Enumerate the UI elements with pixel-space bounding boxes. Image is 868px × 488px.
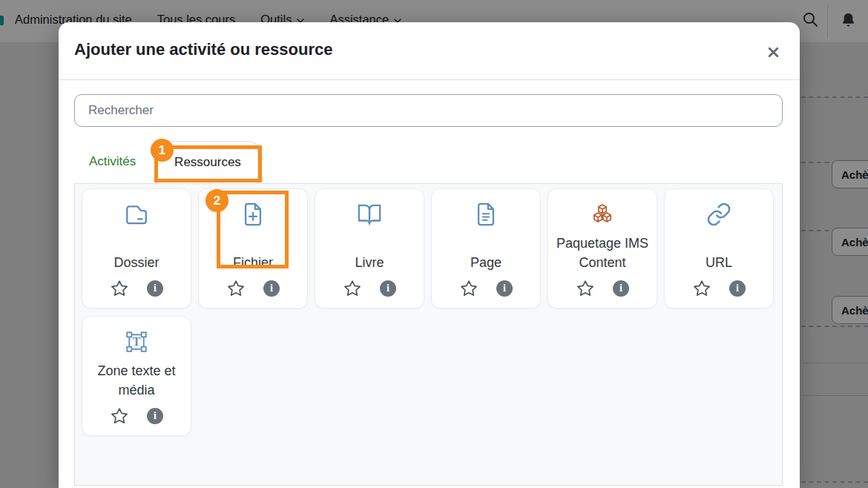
- resource-card-url[interactable]: URL i: [664, 188, 774, 309]
- info-icon[interactable]: i: [147, 408, 163, 424]
- activity-chooser-modal: Ajouter une activité ou ressource Activi…: [59, 22, 800, 488]
- resource-card-page[interactable]: Page i: [431, 188, 541, 309]
- info-icon[interactable]: i: [496, 280, 513, 297]
- link-icon: [706, 201, 731, 228]
- page-icon: [473, 201, 499, 228]
- favorite-star-icon[interactable]: [343, 279, 362, 298]
- step2-badge: 2: [206, 189, 228, 212]
- step1-badge: 1: [151, 139, 174, 162]
- file-plus-icon: [240, 201, 266, 228]
- resource-card-label: Page: [466, 253, 506, 272]
- info-icon[interactable]: i: [147, 280, 163, 297]
- info-icon[interactable]: i: [263, 280, 280, 297]
- resource-card-paquetage-ims-content[interactable]: Paquetage IMS Content i: [548, 188, 657, 309]
- resource-card-label: Fichier: [228, 253, 277, 272]
- resource-card-dossier[interactable]: Dossier i: [82, 188, 191, 309]
- cubes-icon: [590, 201, 615, 228]
- resources-panel: Dossier i Fichier i Livre i Page i Paque…: [74, 183, 783, 486]
- text-media-icon: [124, 329, 149, 355]
- resource-card-label: Livre: [350, 253, 388, 272]
- favorite-star-icon[interactable]: [692, 279, 711, 298]
- resource-card-label: Zone texte et média: [82, 361, 191, 400]
- tab-activites[interactable]: Activités: [89, 147, 136, 177]
- header-divider: [59, 79, 800, 80]
- resource-card-label: Dossier: [109, 253, 163, 272]
- folder-icon: [124, 201, 149, 228]
- info-icon[interactable]: i: [613, 280, 629, 297]
- favorite-star-icon[interactable]: [576, 279, 595, 298]
- info-icon[interactable]: i: [380, 280, 396, 297]
- resource-card-zone-texte-et-m-dia[interactable]: Zone texte et média i: [82, 316, 191, 436]
- close-icon[interactable]: [764, 43, 782, 61]
- modal-title: Ajouter une activité ou ressource: [74, 40, 332, 59]
- favorite-star-icon[interactable]: [110, 406, 129, 426]
- resource-card-livre[interactable]: Livre i: [315, 188, 424, 309]
- favorite-star-icon[interactable]: [459, 279, 479, 298]
- favorite-star-icon[interactable]: [110, 279, 129, 298]
- book-icon: [357, 201, 382, 228]
- resource-card-label: Paquetage IMS Content: [548, 234, 657, 272]
- resource-card-label: URL: [701, 253, 737, 272]
- info-icon[interactable]: i: [729, 280, 746, 297]
- search-input[interactable]: [74, 94, 783, 127]
- favorite-star-icon[interactable]: [226, 279, 246, 298]
